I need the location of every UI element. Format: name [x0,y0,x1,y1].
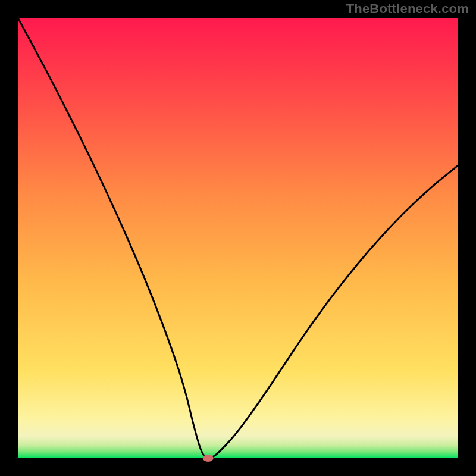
plot-background [18,18,458,458]
watermark-text: TheBottleneck.com [346,1,469,17]
bottleneck-plot [0,0,476,476]
optimal-point-marker [203,455,214,462]
chart-frame: TheBottleneck.com [0,0,476,476]
